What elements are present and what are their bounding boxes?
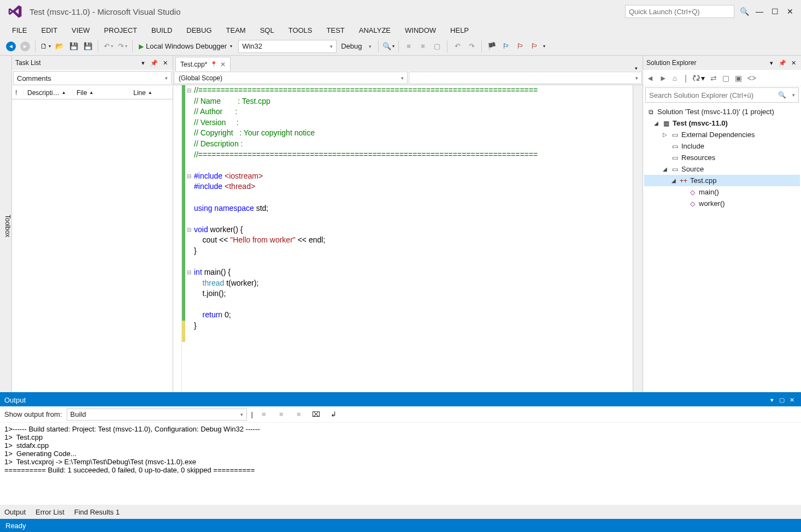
pin-icon[interactable]: 📍 [210, 61, 217, 67]
flag-1-icon[interactable]: 🏴 [485, 40, 498, 53]
close-icon[interactable]: ✕ [220, 61, 226, 68]
sync-icon[interactable]: ⇄ [710, 74, 717, 82]
dropdown-icon[interactable]: ▾ [767, 60, 776, 67]
menu-test[interactable]: TEST [320, 25, 351, 36]
col-priority[interactable]: ! [12, 89, 24, 97]
col-description[interactable]: Descripti…▲ [24, 89, 73, 97]
find-button[interactable]: 🔍▾ [382, 40, 395, 53]
minimize-icon[interactable]: ― [752, 4, 767, 19]
file-tab-test-cpp[interactable]: Test.cpp* 📍 ✕ [175, 57, 231, 71]
comment-button[interactable]: ≡ [402, 40, 415, 53]
menu-build[interactable]: BUILD [145, 25, 179, 36]
config-combo[interactable]: Debug [338, 40, 375, 53]
step-back-button[interactable]: ↶ [451, 40, 464, 53]
task-filter-combo[interactable]: Comments [13, 71, 172, 85]
indent-right-icon[interactable]: ≡ [292, 408, 305, 421]
flag-4-icon[interactable]: 🏳 [528, 40, 541, 53]
goto-prev-icon[interactable]: ≡ [257, 408, 270, 421]
tab-find-results[interactable]: Find Results 1 [74, 508, 120, 516]
pin-icon[interactable]: 📌 [150, 60, 158, 67]
refresh-icon[interactable]: 🗘▾ [692, 74, 705, 82]
show-all-icon[interactable]: ▢ [722, 74, 729, 82]
member-combo[interactable] [409, 72, 643, 84]
menu-tools[interactable]: TOOLS [282, 25, 319, 36]
menu-debug[interactable]: DEBUG [180, 25, 218, 36]
save-all-button[interactable]: 💾 [81, 40, 95, 53]
tab-error-list[interactable]: Error List [36, 508, 64, 516]
tab-overflow-icon[interactable]: ▾ [632, 66, 640, 71]
home-icon[interactable]: ⌂ [673, 74, 677, 82]
menu-window[interactable]: WINDOW [398, 25, 443, 36]
nav-fwd-button[interactable]: ► [19, 40, 32, 53]
menu-project[interactable]: PROJECT [97, 25, 144, 36]
code-content[interactable]: //======================================… [193, 85, 633, 392]
menu-file[interactable]: FILE [5, 25, 33, 36]
properties-icon[interactable]: <> [747, 74, 756, 82]
tree-source[interactable]: ◢ ▭ Source [644, 163, 800, 175]
fold-gutter[interactable]: ⊟ ⊟ ⊟ ⊟ [185, 85, 193, 392]
tab-output[interactable]: Output [4, 508, 26, 516]
flag-2-icon[interactable]: 🏳 [499, 40, 513, 53]
uncomment-button[interactable]: ≡ [416, 40, 429, 53]
clear-icon[interactable]: ⌧ [310, 408, 323, 421]
output-text[interactable]: 1>------ Build started: Project: Test (m… [0, 423, 801, 505]
tree-fn-main[interactable]: ◇ main() [644, 186, 800, 198]
preview-icon[interactable]: ▣ [735, 74, 742, 82]
output-from-combo[interactable]: Build [67, 409, 247, 421]
new-project-button[interactable]: 🗋▾ [39, 40, 52, 53]
toolbox-tab[interactable]: Toolbox [0, 56, 12, 392]
indent-left-icon[interactable]: ≡ [275, 408, 288, 421]
chevron-down-icon[interactable]: ▾ [792, 92, 795, 98]
open-file-button[interactable]: 📂 [53, 40, 66, 53]
menu-edit[interactable]: EDIT [34, 25, 64, 36]
maximize-icon[interactable]: ▢ [777, 397, 787, 404]
tree-include[interactable]: ▭ Include [644, 140, 800, 152]
save-button[interactable]: 💾 [67, 40, 80, 53]
tree-file-test-cpp[interactable]: ◢ ++ Test.cpp [644, 175, 800, 186]
menu-sql[interactable]: SQL [254, 25, 281, 36]
tree-solution-root[interactable]: ⧉ Solution 'Test (msvc-11.0)' (1 project… [644, 106, 800, 117]
menu-team[interactable]: TEAM [220, 25, 252, 36]
vertical-scrollbar[interactable] [633, 85, 643, 392]
code-editor[interactable]: ⊟ ⊟ ⊟ ⊟ //==============================… [173, 85, 643, 392]
tree-resources[interactable]: ▭ Resources [644, 152, 800, 163]
step-fwd-button[interactable]: ↷ [465, 40, 478, 53]
bookmark-button[interactable]: ▢ [431, 40, 444, 53]
close-icon[interactable]: ✕ [782, 4, 798, 19]
col-file[interactable]: File▲ [73, 89, 130, 97]
nav-back-button[interactable]: ◄ [4, 40, 17, 53]
tree-external-deps[interactable]: ▷ ▭ External Dependencies [644, 129, 800, 140]
word-wrap-icon[interactable]: ↲ [327, 408, 340, 421]
menu-help[interactable]: HELP [444, 25, 475, 36]
collapse-icon[interactable]: ◢ [670, 178, 677, 184]
toolbar-overflow-icon[interactable]: ▾ [543, 44, 545, 49]
undo-button[interactable]: ↶▾ [102, 40, 115, 53]
dropdown-icon[interactable]: ▾ [139, 60, 148, 67]
platform-combo[interactable]: Win32 [238, 40, 337, 53]
solution-explorer-panel: Solution Explorer ▾ 📌 ✕ ◄ ► ⌂ | 🗘▾ ⇄ ▢ ▣… [643, 56, 801, 392]
col-line[interactable]: Line▲ [130, 89, 173, 97]
solution-search-input[interactable]: Search Solution Explorer (Ctrl+ü) ▾ [645, 87, 799, 103]
close-icon[interactable]: ✕ [787, 397, 797, 404]
pin-icon[interactable]: 📌 [778, 60, 787, 67]
fwd-icon[interactable]: ► [659, 74, 667, 82]
tree-project[interactable]: ◢ ▦ Test (msvc-11.0) [644, 117, 800, 129]
expand-icon[interactable]: ▷ [662, 132, 668, 138]
menu-view[interactable]: VIEW [65, 25, 96, 36]
close-icon[interactable]: ✕ [161, 60, 169, 67]
maximize-icon[interactable]: ☐ [767, 4, 782, 19]
flag-3-icon[interactable]: 🏳 [514, 40, 527, 53]
dropdown-icon[interactable]: ▾ [767, 397, 777, 404]
collapse-icon[interactable]: ◢ [653, 120, 659, 126]
search-icon[interactable]: 🔍 [737, 4, 752, 19]
menu-analyze[interactable]: ANALYZE [352, 25, 397, 36]
tree-fn-worker[interactable]: ◇ worker() [644, 198, 800, 209]
output-bottom-tabs: Output Error List Find Results 1 [0, 505, 801, 519]
quick-launch-input[interactable]: Quick Launch (Ctrl+Q) [625, 5, 734, 18]
scope-combo[interactable]: (Global Scope) [174, 72, 408, 84]
redo-button[interactable]: ↷▾ [116, 40, 129, 53]
start-debugger-button[interactable]: ▶ Local Windows Debugger ▾ [136, 39, 237, 54]
collapse-icon[interactable]: ◢ [662, 166, 668, 172]
close-icon[interactable]: ✕ [789, 60, 798, 67]
back-icon[interactable]: ◄ [646, 74, 654, 82]
